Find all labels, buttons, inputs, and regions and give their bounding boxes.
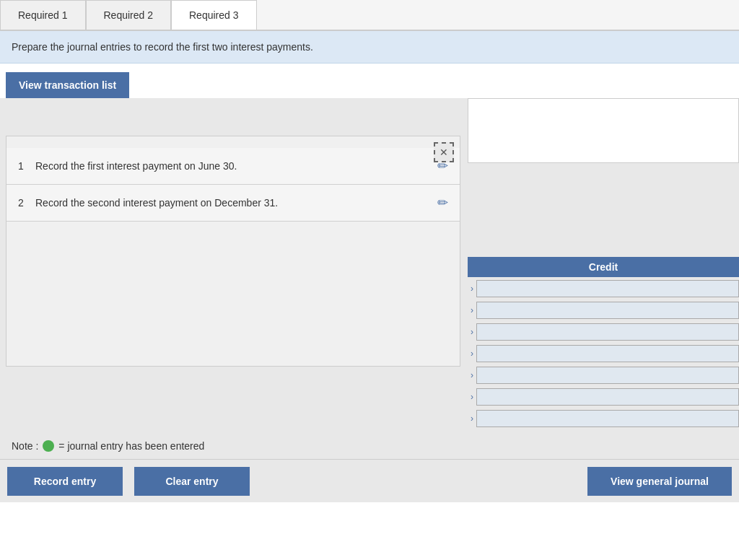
green-dot-icon	[43, 440, 54, 452]
transaction-panel: ✕ 1 Record the first interest payment on…	[6, 136, 460, 367]
main-content-area: ✕ 1 Record the first interest payment on…	[0, 98, 739, 502]
close-icon[interactable]: ✕	[434, 142, 454, 162]
transaction-num-2: 2	[18, 197, 35, 209]
credit-row-5: ›	[468, 365, 739, 385]
instruction-text: Prepare the journal entries to record th…	[0, 31, 739, 64]
view-general-journal-button[interactable]: View general journal	[587, 467, 732, 496]
credit-input-5[interactable]	[476, 367, 739, 384]
credit-chevron-3: ›	[468, 327, 476, 337]
credit-row-1: ›	[468, 279, 739, 299]
note-bar: Note : = journal entry has been entered	[0, 433, 739, 459]
transaction-desc-1: Record the first interest payment on Jun…	[35, 160, 437, 172]
credit-input-6[interactable]	[476, 388, 739, 406]
view-transaction-button[interactable]: View transaction list	[6, 72, 129, 98]
tab-required3[interactable]: Required 3	[171, 0, 257, 30]
journal-description-box	[468, 98, 739, 163]
credit-chevron-7: ›	[468, 414, 476, 424]
credit-rows: › › › › ›	[468, 279, 739, 429]
credit-section: Credit › › › ›	[468, 257, 739, 429]
credit-input-3[interactable]	[476, 323, 739, 341]
credit-header: Credit	[468, 257, 739, 277]
tab-required1[interactable]: Required 1	[0, 0, 86, 30]
transaction-item-2: 2 Record the second interest payment on …	[6, 185, 460, 222]
credit-input-7[interactable]	[476, 410, 739, 427]
credit-input-2[interactable]	[476, 302, 739, 319]
credit-chevron-1: ›	[468, 284, 476, 294]
record-entry-button[interactable]: Record entry	[7, 467, 123, 496]
credit-row-3: ›	[468, 322, 739, 342]
credit-row-2: ›	[468, 300, 739, 320]
action-bar: Record entry Clear entry View general jo…	[0, 459, 739, 502]
transaction-item-1: 1 Record the first interest payment on J…	[6, 148, 460, 185]
credit-chevron-6: ›	[468, 392, 476, 402]
credit-row-7: ›	[468, 408, 739, 429]
edit-icon-2[interactable]: ✏	[437, 195, 448, 211]
credit-chevron-2: ›	[468, 305, 476, 315]
note-text: = journal entry has been entered	[58, 440, 204, 452]
credit-chevron-4: ›	[468, 349, 476, 359]
credit-row-6: ›	[468, 387, 739, 407]
credit-input-1[interactable]	[476, 280, 739, 297]
clear-entry-button[interactable]: Clear entry	[134, 467, 250, 496]
tabs-bar: Required 1 Required 2 Required 3	[0, 0, 739, 31]
transaction-desc-2: Record the second interest payment on De…	[35, 197, 437, 209]
note-prefix: Note :	[12, 440, 38, 452]
credit-row-4: ›	[468, 344, 739, 364]
transaction-num-1: 1	[18, 160, 35, 172]
credit-chevron-5: ›	[468, 370, 476, 380]
credit-input-4[interactable]	[476, 345, 739, 362]
tab-required2[interactable]: Required 2	[86, 0, 172, 30]
